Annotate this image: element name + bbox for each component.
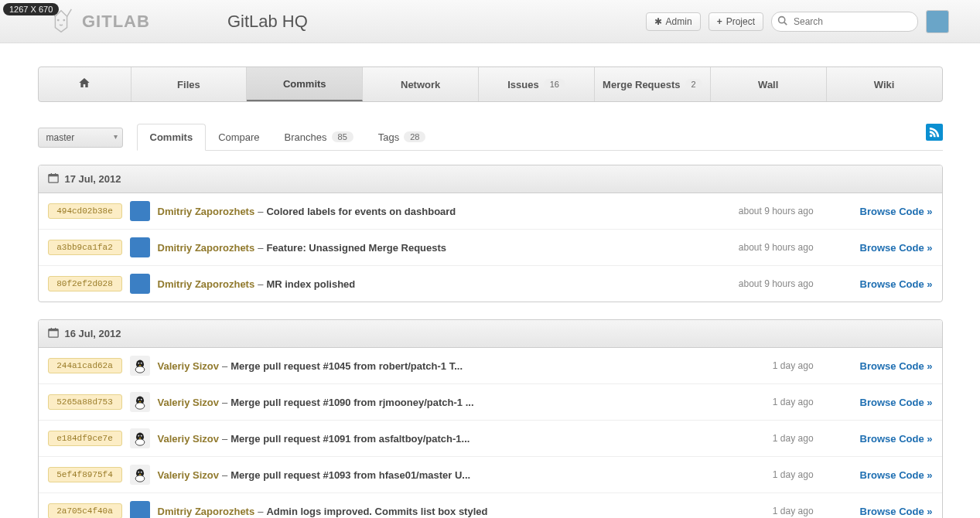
- commit-row: 2a705c4f40aDmitriy Zaporozhets – Admin l…: [39, 493, 942, 518]
- browse-code-link[interactable]: Browse Code »: [860, 469, 933, 481]
- calendar-icon: [48, 172, 59, 186]
- tab-issues[interactable]: Issues 16: [479, 67, 595, 101]
- svg-point-26: [138, 472, 139, 473]
- author-avatar[interactable]: [130, 237, 150, 257]
- commit-author[interactable]: Valeriy Sizov: [158, 360, 220, 372]
- commit-author[interactable]: Dmitriy Zaporozhets: [158, 506, 255, 517]
- tab-wiki[interactable]: Wiki: [827, 67, 942, 101]
- commit-row: e184df9ce7eValeriy Sizov – Merge pull re…: [39, 421, 942, 457]
- separator: –: [258, 506, 263, 517]
- mr-count: 2: [685, 79, 702, 90]
- svg-point-3: [929, 135, 932, 138]
- author-avatar[interactable]: [130, 274, 150, 294]
- admin-button[interactable]: ✱ Admin: [646, 12, 701, 31]
- commit-author[interactable]: Valeriy Sizov: [158, 433, 220, 445]
- separator: –: [258, 278, 263, 290]
- commit-time: 1 day ago: [773, 397, 860, 407]
- tags-label: Tags: [378, 131, 399, 143]
- commit-row: 5ef4f8975f4Valeriy Sizov – Merge pull re…: [39, 457, 942, 493]
- commit-message: Feature: Unassigned Merge Requests: [266, 242, 446, 254]
- subtab-compare[interactable]: Compare: [206, 124, 271, 150]
- home-icon: [78, 77, 90, 92]
- separator: –: [258, 206, 263, 217]
- commit-sha[interactable]: e184df9ce7e: [48, 431, 122, 446]
- logo[interactable]: GITLAB: [46, 7, 150, 36]
- commit-time: about 9 hours ago: [739, 278, 860, 289]
- user-avatar[interactable]: [926, 10, 949, 33]
- browse-code-link[interactable]: Browse Code »: [860, 433, 933, 445]
- subtab-commits[interactable]: Commits: [137, 124, 207, 151]
- tab-files[interactable]: Files: [131, 67, 248, 101]
- svg-point-25: [135, 475, 145, 482]
- separator: –: [222, 397, 227, 408]
- svg-point-15: [140, 363, 142, 364]
- commit-time: 1 day ago: [773, 360, 860, 371]
- sub-tabs: Commits Compare Branches 85 Tags 28: [137, 124, 943, 151]
- author-avatar[interactable]: [130, 501, 150, 518]
- plus-icon: +: [717, 16, 722, 27]
- search-input[interactable]: [771, 12, 918, 32]
- browse-code-link[interactable]: Browse Code »: [860, 206, 933, 217]
- svg-rect-9: [48, 329, 57, 332]
- commit-message: Merge pull request #1045 from robert/pat…: [230, 360, 463, 372]
- svg-point-0: [57, 19, 60, 21]
- commit-sha[interactable]: a3bb9ca1fa2: [48, 240, 122, 255]
- sub-bar: master Commits Compare Branches 85 Tags …: [38, 124, 943, 151]
- branch-select[interactable]: master: [38, 128, 123, 148]
- commit-sha[interactable]: 2a705c4f40a: [48, 503, 122, 518]
- branches-label: Branches: [285, 131, 327, 143]
- commit-author[interactable]: Valeriy Sizov: [158, 469, 220, 481]
- commit-message: Admin logs improved. Commits list box st…: [266, 506, 487, 517]
- rss-button[interactable]: [926, 124, 943, 141]
- browse-code-link[interactable]: Browse Code »: [860, 278, 933, 290]
- commit-row: 494cd02b38eDmitriy Zaporozhets – Colored…: [39, 193, 942, 230]
- author-avatar[interactable]: [130, 465, 150, 485]
- commit-sha[interactable]: 494cd02b38e: [48, 203, 122, 219]
- logo-text: GITLAB: [82, 12, 150, 32]
- commit-message: Merge pull request #1091 from asfaltboy/…: [230, 433, 470, 445]
- search-wrap: [771, 12, 918, 32]
- svg-point-17: [135, 403, 145, 409]
- svg-point-21: [135, 439, 145, 445]
- commit-message: Merge pull request #1093 from hfase01/ma…: [230, 469, 470, 481]
- commit-author[interactable]: Dmitriy Zaporozhets: [158, 206, 255, 217]
- commit-row: a3bb9ca1fa2Dmitriy Zaporozhets – Feature…: [39, 230, 942, 266]
- commit-group: 16 Jul, 2012244a1cad62aValeriy Sizov – M…: [38, 319, 943, 518]
- commit-message: MR index polished: [266, 278, 355, 290]
- subtab-branches[interactable]: Branches 85: [272, 124, 366, 150]
- tab-merge-requests[interactable]: Merge Requests 2: [595, 67, 711, 101]
- group-date: 16 Jul, 2012: [65, 328, 121, 339]
- commit-author[interactable]: Dmitriy Zaporozhets: [158, 242, 255, 254]
- svg-point-1: [63, 19, 65, 21]
- branches-count: 85: [332, 131, 353, 142]
- author-avatar[interactable]: [130, 428, 150, 448]
- tab-network[interactable]: Network: [363, 67, 479, 101]
- commit-message: Merge pull request #1090 from rjmooney/p…: [230, 397, 473, 408]
- new-project-button[interactable]: + Project: [709, 12, 763, 31]
- commit-sha[interactable]: 80f2ef2d028: [48, 276, 122, 291]
- tab-home[interactable]: [39, 67, 131, 101]
- commit-sha[interactable]: 5265a88d753: [48, 394, 122, 410]
- browse-code-link[interactable]: Browse Code »: [860, 242, 933, 254]
- author-avatar[interactable]: [130, 356, 150, 376]
- svg-point-23: [140, 435, 142, 437]
- separator: –: [222, 469, 227, 481]
- commit-author[interactable]: Dmitriy Zaporozhets: [158, 278, 255, 290]
- svg-point-14: [138, 363, 139, 364]
- author-avatar[interactable]: [130, 392, 150, 412]
- issues-label: Issues: [507, 79, 538, 90]
- mr-label: Merge Requests: [603, 79, 680, 90]
- commit-sha[interactable]: 5ef4f8975f4: [48, 467, 122, 482]
- subtab-tags[interactable]: Tags 28: [366, 124, 439, 150]
- author-avatar[interactable]: [130, 201, 150, 221]
- browse-code-link[interactable]: Browse Code »: [860, 397, 933, 408]
- commit-sha[interactable]: 244a1cad62a: [48, 358, 122, 373]
- separator: –: [258, 242, 263, 254]
- browse-code-link[interactable]: Browse Code »: [860, 506, 933, 517]
- commit-author[interactable]: Valeriy Sizov: [158, 397, 220, 408]
- tags-count: 28: [404, 131, 425, 142]
- tab-wall[interactable]: Wall: [711, 67, 827, 101]
- tab-commits[interactable]: Commits: [247, 67, 363, 101]
- browse-code-link[interactable]: Browse Code »: [860, 360, 933, 372]
- group-header: 17 Jul, 2012: [39, 165, 942, 193]
